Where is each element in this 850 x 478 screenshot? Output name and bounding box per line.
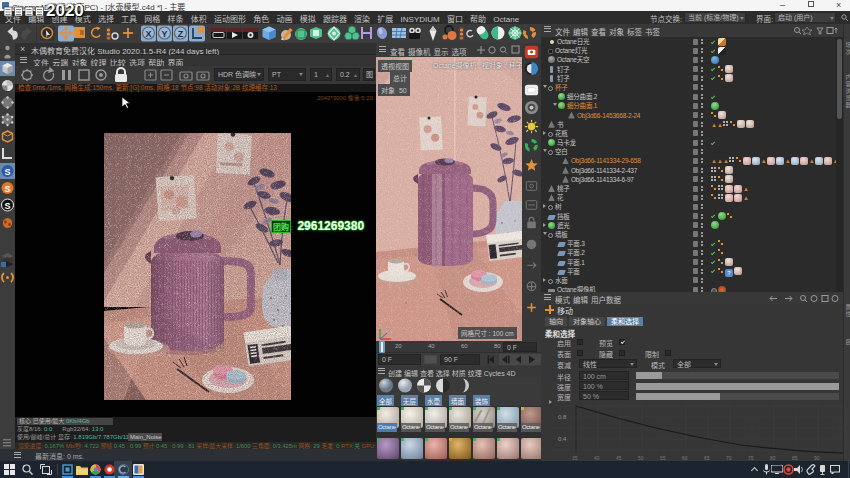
svg-text:Y: Y (161, 29, 167, 39)
svg-text:S: S (4, 167, 10, 177)
svg-text:X: X (145, 29, 151, 39)
svg-text:0.4: 0.4 (558, 436, 567, 442)
svg-text:Z: Z (178, 29, 184, 39)
svg-text:S: S (4, 201, 10, 211)
svg-text:0.8: 0.8 (558, 414, 567, 420)
svg-text:S: S (4, 184, 10, 194)
